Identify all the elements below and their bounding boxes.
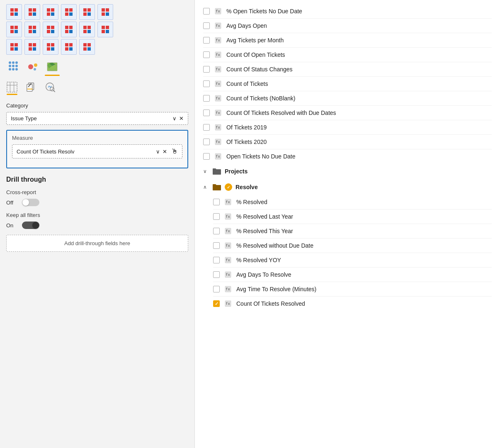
field-label-count-status-changes: Count Of Status Changes [226,66,293,73]
clear-icon[interactable]: ✕ [179,115,184,122]
svg-rect-44 [102,26,105,29]
table-icon[interactable] [6,81,18,95]
checkbox-avg-days-open[interactable] [203,22,210,29]
add-drillthrough-field[interactable]: Add drill-through fields here [6,235,188,252]
chart-icon-13[interactable] [6,39,22,55]
svg-rect-66 [83,47,87,51]
checkbox-pct-resolved-no-due[interactable] [213,242,220,249]
svg-point-79 [34,68,36,71]
checkbox-pct-resolved[interactable] [213,199,220,205]
format-icon[interactable] [25,81,37,95]
svg-rect-59 [51,47,54,51]
checkbox-open-tickets-no-due[interactable] [203,153,210,160]
svg-rect-53 [33,43,36,46]
svg-rect-45 [106,26,109,29]
analytics-icon[interactable] [44,81,56,95]
keep-filters-toggle[interactable] [22,222,39,229]
field-item-pct-resolved-no-due: fx % Resolved without Due Date [213,239,492,253]
chart-icon-15[interactable] [43,39,58,55]
viz-map-icon[interactable] [44,59,60,75]
checkbox-count-status-changes[interactable] [203,66,210,73]
field-item-open-tickets-no-due: fx Open Tickets No Due Date [203,149,492,163]
svg-rect-15 [69,12,73,16]
chart-icon-12[interactable] [97,22,113,37]
checkbox-of-tickets-2020[interactable] [203,139,210,145]
calc-icon-count-resolved-due-dates: fx [214,109,222,117]
svg-rect-48 [10,43,14,46]
folder-closed-icon [212,167,221,176]
checkbox-pct-resolved-last-year[interactable] [213,213,220,220]
chart-icon-2[interactable] [24,4,40,20]
cross-report-toggle[interactable] [22,199,39,206]
projects-folder-label: Projects [225,168,248,175]
field-item-avg-tickets-month: fx Avg Tickets per Month [203,33,492,48]
chart-icon-14[interactable] [24,39,40,55]
chevron-down-icon[interactable]: ∨ [156,149,160,155]
svg-text:fx: fx [216,53,220,57]
chart-icon-7[interactable] [6,22,22,37]
calc-icon-of-tickets-2020: fx [214,138,222,146]
chart-icon-5[interactable] [79,4,95,20]
viz-bubble-icon[interactable] [25,59,41,75]
field-label-avg-days-open: Avg Days Open [226,22,267,29]
checkbox-count-of-tickets[interactable] [203,80,210,87]
svg-rect-7 [33,12,36,16]
checkbox-of-tickets-2019[interactable] [203,124,210,131]
chart-icon-1[interactable] [6,4,22,20]
chart-icon-10[interactable] [61,22,77,37]
chart-icon-8[interactable] [24,22,40,37]
chart-icon-9[interactable] [43,22,58,37]
chart-icon-11[interactable] [79,22,95,37]
field-item-count-resolved-due-dates: fx Count Of Tickets Resolved with Due Da… [203,106,492,120]
svg-rect-14 [65,12,68,16]
field-item-pct-resolved-this-year: fx % Resolved This Year [213,224,492,239]
keep-filters-state: On [6,222,18,229]
checkbox-avg-tickets-month[interactable] [203,37,210,44]
svg-text:fx: fx [216,24,220,28]
checkbox-pct-resolved-yoy[interactable] [213,257,220,263]
cross-report-state: Off [6,200,18,206]
field-label-count-of-tickets: Count of Tickets [226,80,268,87]
dropdown-controls: ∨ ✕ [172,115,184,122]
svg-rect-58 [47,47,50,51]
chart-icon-4[interactable] [61,4,77,20]
svg-rect-84 [7,82,17,92]
svg-rect-61 [69,43,73,46]
svg-point-75 [12,68,15,71]
svg-text:fx: fx [216,9,220,13]
svg-rect-26 [10,30,14,33]
chart-icon-17[interactable] [79,39,95,55]
checkbox-count-tickets-resolved[interactable] [213,300,220,307]
chevron-down-icon[interactable]: ∨ [172,115,177,122]
checkbox-avg-time-resolve[interactable] [213,286,220,292]
field-item-pct-resolved-last-year: fx % Resolved Last Year [213,209,492,224]
svg-rect-18 [83,12,87,16]
svg-rect-55 [33,47,36,51]
category-dropdown[interactable]: Issue Type ∨ ✕ [6,112,188,125]
drill-through-section: Drill through Cross-report Off Keep all … [6,176,188,252]
svg-rect-4 [29,8,32,12]
checkbox-pct-open-no-due[interactable] [203,8,210,15]
chart-icon-6[interactable] [97,4,113,20]
checkbox-count-resolved-due-dates[interactable] [203,110,210,116]
checkbox-count-open-tickets[interactable] [203,51,210,58]
measure-dropdown[interactable]: Count Of Tickets Resolv ∨ ✕ 🖱 [12,144,182,158]
folder-resolve[interactable]: ∧ Resolve [203,179,492,195]
checkbox-count-of-tickets-noblank[interactable] [203,95,210,102]
field-label-pct-resolved-this-year: % Resolved This Year [236,228,293,234]
viz-dots-icon[interactable] [6,59,22,75]
field-item-avg-days-resolve: fx Avg Days To Resolve [213,268,492,282]
field-label-open-tickets-no-due: Open Tickets No Due Date [226,153,296,160]
clear-icon[interactable]: ✕ [163,149,167,155]
checkbox-avg-days-resolve[interactable] [213,271,220,278]
field-label-count-resolved-due-dates: Count Of Tickets Resolved with Due Dates [226,110,336,116]
svg-rect-64 [83,43,87,46]
chart-icon-3[interactable] [43,4,58,20]
folder-projects[interactable]: ∨ Projects [203,163,492,179]
calc-icon-of-tickets-2019: fx [214,123,222,131]
calc-icon-pct-resolved-this-year: fx [224,227,232,235]
svg-text:fx: fx [226,214,230,219]
svg-text:fx: fx [226,287,230,291]
checkbox-pct-resolved-this-year[interactable] [213,228,220,234]
chart-icon-16[interactable] [61,39,77,55]
